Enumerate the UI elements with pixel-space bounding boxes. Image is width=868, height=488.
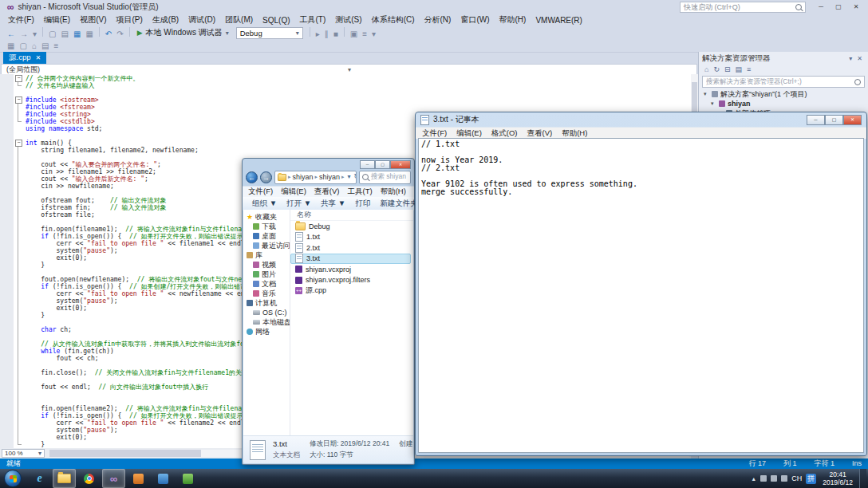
menu-item[interactable]: VMWARE(R) [531, 16, 587, 25]
explorer-nav-item[interactable]: 库 [243, 250, 290, 260]
network-icon[interactable] [781, 475, 787, 482]
explorer-nav-item[interactable]: OS (C:) [243, 308, 290, 317]
explorer-nav-item[interactable]: 下载 [243, 222, 290, 231]
address-bar[interactable]: ▸shiyan▸shiyan▸ ▾↻ [274, 171, 357, 184]
tab-source-cpp[interactable]: 源.cpp ✕ [3, 52, 46, 64]
fold-collapse-icon[interactable]: − [15, 75, 22, 82]
column-header-name[interactable]: 名称 [290, 210, 413, 221]
list2-icon[interactable]: ≡ [51, 41, 61, 52]
solution-explorer-search[interactable]: 搜索解决方案资源管理器(Ctrl+;) [702, 76, 865, 88]
ime-mode-indicator[interactable]: 拼 [806, 474, 816, 484]
explorer-nav-item[interactable]: 计算机 [243, 298, 290, 308]
minimize-button[interactable]: ─ [807, 115, 825, 125]
expanded-icon[interactable]: ▾ [711, 100, 716, 107]
menu-item[interactable]: 编辑(E) [277, 187, 310, 197]
open-file-icon[interactable]: ▤ [58, 30, 70, 38]
explorer-nav-item[interactable]: ★收藏夹 [243, 212, 290, 222]
expanded-icon[interactable]: ▾ [704, 91, 709, 97]
notepad-caption[interactable]: 3.txt - 记事本 ─▢✕ [416, 112, 866, 127]
solution-tree-item[interactable]: ▾shiyan [702, 99, 865, 108]
fold-gutter[interactable]: −−− [14, 74, 24, 448]
refresh-icon[interactable]: ↻ [353, 171, 357, 183]
explorer-nav-item[interactable]: 最近访问的位置 [243, 241, 290, 250]
menu-item[interactable]: 编辑(E) [452, 128, 487, 139]
quick-launch-box[interactable]: 快速启动 (Ctrl+Q) [680, 2, 806, 13]
home-icon[interactable]: ⌂ [702, 64, 711, 75]
maximize-button[interactable]: ▢ [375, 160, 390, 169]
menu-item[interactable]: 组织 ▼ [247, 199, 282, 209]
breadcrumb-item[interactable]: shiyan [319, 173, 340, 181]
close-tab-icon[interactable]: ✕ [35, 54, 41, 61]
undo-icon[interactable]: ↶ [103, 30, 114, 38]
file-row[interactable]: 1.txt [290, 232, 411, 243]
explorer-caption[interactable]: ─▢✕ [243, 159, 414, 168]
explorer-nav-item[interactable]: 文档 [243, 279, 290, 289]
fold-collapse-icon[interactable]: − [15, 96, 22, 104]
menu-item[interactable]: 分析(N) [420, 14, 456, 26]
app-green-icon[interactable] [176, 469, 199, 488]
start-button[interactable] [4, 470, 22, 487]
close-button[interactable]: ✕ [843, 115, 862, 125]
chrome-icon[interactable] [77, 469, 101, 488]
close-button[interactable]: ✕ [847, 2, 865, 13]
menu-item[interactable]: 查看(V) [523, 128, 558, 139]
properties-icon[interactable]: ▤ [39, 41, 51, 52]
menu-item[interactable]: 调试(D) [183, 14, 220, 26]
menu-item[interactable]: 文件(F) [417, 128, 452, 139]
explorer-nav-item[interactable]: 桌面 [243, 231, 290, 241]
menu-item[interactable]: 共享 ▼ [316, 199, 350, 209]
menu-item[interactable]: 编辑(E) [39, 14, 75, 26]
minimize-button[interactable]: ─ [360, 160, 375, 169]
explorer-nav-item[interactable]: 图片 [243, 270, 290, 279]
menu-item[interactable]: 体系结构(C) [367, 14, 420, 26]
menu-item[interactable]: 帮助(H) [557, 128, 592, 139]
file-row[interactable]: ++源.cpp [290, 285, 411, 297]
zoom-level-combo[interactable]: 100 % ▾ [2, 449, 45, 458]
menu-item[interactable]: 打印 [350, 199, 375, 209]
save-icon[interactable]: ▦ [71, 30, 83, 38]
find-icon[interactable]: ▣ [348, 30, 360, 38]
address-dropdown-icon[interactable]: ▾ [346, 171, 353, 183]
fold-collapse-icon[interactable]: − [15, 140, 22, 147]
preview-icon[interactable]: ≡ [744, 64, 753, 75]
volume-icon[interactable] [771, 475, 777, 482]
menu-item[interactable]: 工具(T) [295, 14, 331, 26]
menu-item[interactable]: 帮助(H) [495, 14, 531, 26]
list-icon[interactable]: ≡ [360, 30, 369, 38]
menu-item[interactable]: SQL(Q) [258, 16, 294, 25]
menu-item[interactable]: 文件(F) [244, 187, 277, 197]
properties-icon[interactable]: ▤ [733, 64, 745, 75]
file-row[interactable]: 2.txt [290, 242, 411, 254]
nav-dropdown-icon[interactable]: ▾ [30, 30, 39, 38]
visual-studio-icon[interactable]: ∞ [102, 469, 125, 488]
menu-item[interactable]: 视图(V) [75, 14, 111, 26]
explorer-nav-item[interactable]: 网络 [243, 327, 290, 336]
vs-titlebar[interactable]: ∞ shiyan - Microsoft Visual Studio(管理员) … [0, 0, 868, 14]
breakpoint-gutter[interactable] [0, 74, 14, 448]
navigate-back-icon[interactable]: ← [5, 30, 18, 38]
file-explorer-icon[interactable] [53, 469, 76, 488]
ime-language-indicator[interactable]: CH [791, 474, 802, 482]
minimize-button[interactable]: ─ [812, 2, 830, 13]
internet-explorer-icon[interactable]: e [28, 469, 51, 488]
attach-icon[interactable]: ▦ [5, 41, 17, 52]
new-file-icon[interactable]: ▢ [46, 30, 58, 38]
solution-tree-item[interactable]: ▾解决方案“shiyan”(1 个项目) [702, 89, 865, 99]
solution-explorer-header[interactable]: 解决方案资源管理器 ▾✕ [702, 53, 865, 64]
menu-item[interactable]: 工具(T) [343, 187, 376, 197]
home-icon[interactable]: ⌂ [30, 41, 39, 52]
menu-item[interactable]: 团队(M) [220, 14, 258, 26]
explorer-nav-item[interactable]: 本地磁盘 (D:) [243, 317, 290, 327]
file-row[interactable]: shiyan.vcxproj [290, 264, 411, 275]
menu-item[interactable]: 测试(S) [330, 14, 366, 26]
more-dropdown-icon[interactable]: ▾ [369, 30, 378, 38]
menu-item[interactable]: 项目(P) [111, 14, 147, 26]
back-button[interactable]: ← [246, 171, 258, 183]
pause-icon[interactable]: ∥ [322, 30, 331, 38]
stop-icon[interactable]: ■ [331, 30, 341, 38]
taskbar-clock[interactable]: 20:41 2019/6/12 [823, 470, 853, 486]
menu-item[interactable]: 打开 ▼ [282, 199, 316, 209]
explorer-search-box[interactable]: 搜索 shiyan [359, 171, 411, 184]
action-center-icon[interactable] [760, 475, 767, 482]
dock-dropdown-icon[interactable]: ▾ [846, 55, 854, 62]
